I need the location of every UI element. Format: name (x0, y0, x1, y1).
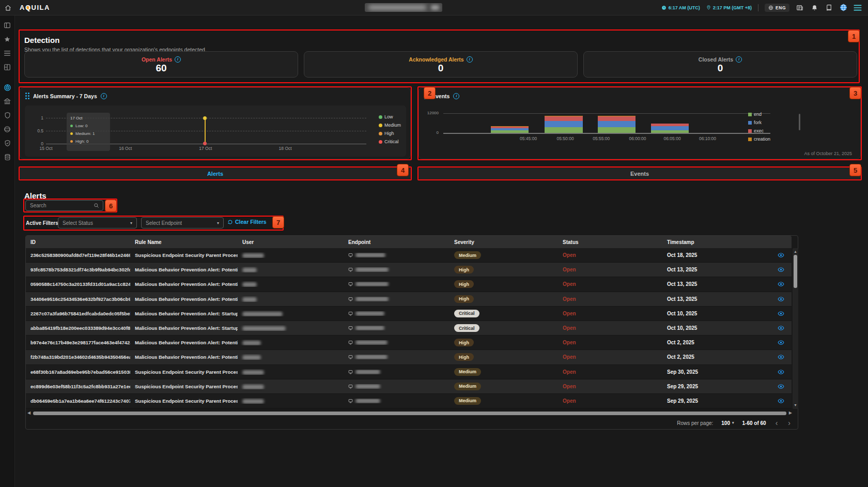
legend-label: end (754, 112, 762, 117)
database-icon[interactable] (0, 151, 15, 163)
endpoint-filter-select[interactable]: Select Endpoint ▾ (141, 217, 224, 229)
drag-handle-icon[interactable] (424, 93, 428, 99)
stat-card-open-alerts[interactable]: Open Alertsi60 (24, 51, 298, 78)
drag-handle-icon[interactable] (25, 93, 29, 99)
pagination-prev-button[interactable]: ‹ (774, 419, 779, 427)
redacted-text (242, 297, 257, 302)
logo-text: UILA (32, 4, 50, 11)
notifications-bell-icon[interactable] (810, 4, 818, 12)
scroll-right-icon[interactable]: ▶ (789, 410, 792, 416)
horizontal-scrollbar[interactable]: ◀ ▶ (27, 410, 792, 416)
view-details-eye-icon[interactable] (773, 310, 784, 317)
stat-card-acknowledged-alerts[interactable]: Acknowledged Alertsi0 (304, 51, 578, 78)
cell-actions (773, 266, 792, 273)
redacted-text (355, 297, 389, 301)
table-row[interactable]: b97e4e76c17b49e3e298177face463e4f47423ec… (26, 336, 792, 350)
medium-dot (70, 132, 73, 135)
world-globe-icon[interactable] (839, 4, 847, 12)
search-input[interactable] (26, 203, 94, 208)
list-icon[interactable] (0, 48, 15, 59)
app-root: AQUILA 6:17 AM (UTC) 2:17 PM (GMT +8) EN… (0, 0, 868, 487)
sphere-globe-icon[interactable] (0, 124, 15, 135)
docs-book-icon[interactable] (825, 4, 833, 12)
cell-severity: Medium (450, 397, 558, 405)
table-row[interactable]: 34406e9516c25434536e632bf927ac3b06cb93ac… (26, 292, 792, 307)
cell-rule-name: Malicious Behavior Prevention Alert: Pot… (130, 296, 238, 302)
view-details-eye-icon[interactable] (773, 325, 784, 331)
news-icon[interactable] (796, 4, 804, 12)
table-row[interactable]: 93fc8578b753d8321df74c3b9f9ab94bc302fd99… (26, 263, 792, 277)
scrollbar-thumb[interactable] (794, 255, 797, 288)
bank-icon[interactable] (0, 96, 15, 107)
stat-card-closed-alerts[interactable]: Closed Alertsi0 (583, 51, 857, 78)
shield-check-icon[interactable] (0, 138, 15, 149)
cell-user-redacted (238, 340, 344, 345)
cell-timestamp: Oct 2, 2025 (662, 340, 773, 345)
table-row[interactable]: 2267c07a3fa96b75841edfcabda0edc05f5beb4a… (26, 307, 792, 321)
view-details-eye-icon[interactable] (773, 296, 784, 302)
view-details-eye-icon[interactable] (773, 369, 784, 375)
x-tick-label: 05:45:00 (520, 136, 537, 141)
rows-per-page-label: Rows per page: (677, 420, 713, 426)
endpoint-icon (348, 311, 353, 316)
home-icon[interactable] (4, 4, 12, 12)
chevron-down-icon: ▾ (732, 421, 734, 425)
language-selector[interactable]: ENG (765, 4, 789, 12)
tab-events[interactable]: Events (419, 168, 861, 179)
cell-severity: Medium (450, 383, 558, 390)
redacted-text (355, 340, 388, 345)
legend-label: Medium (384, 123, 401, 128)
table-row[interactable]: abba85419fb18e200eec033389d94e3cc40f821f… (26, 321, 792, 336)
column-header-severity: Severity (450, 239, 558, 245)
menu-icon[interactable] (854, 4, 862, 12)
table-row[interactable]: e68f30b167a8ad69ebe95b7ebad56ce915038993… (26, 365, 792, 379)
rows-per-page-select[interactable]: 100 ▾ (721, 420, 734, 426)
cell-timestamp: Oct 2, 2025 (662, 354, 773, 360)
cell-rule-name: Suspicious Endpoint Security Parent Proc… (130, 384, 238, 389)
redacted-text (242, 355, 261, 360)
tooltip-text: Low: 0 (75, 124, 88, 128)
table-row[interactable]: 236c5258380900afd8d7ef119e28f46b1e246980… (26, 248, 792, 263)
clear-filters-button[interactable]: Clear Filters (227, 219, 267, 225)
view-details-eye-icon[interactable] (773, 383, 784, 390)
favorites-star-icon[interactable] (0, 34, 15, 45)
table-row[interactable]: ec899d6e03ef58b11f3c5a2fc8bb931a27e1ee3e… (26, 379, 792, 394)
pagination-next-button[interactable]: › (787, 419, 792, 427)
view-details-eye-icon[interactable] (773, 266, 784, 273)
detection-radar-icon[interactable] (0, 82, 15, 93)
clear-filters-label: Clear Filters (235, 219, 267, 225)
app-logo[interactable]: AQUILA (20, 0, 50, 15)
legend-scrollbar[interactable] (799, 114, 800, 130)
stat-label: Acknowledged Alerts (409, 56, 463, 63)
scroll-up-icon[interactable]: ▲ (793, 249, 798, 254)
cell-user-redacted (238, 384, 344, 389)
scrollbar-thumb[interactable] (33, 412, 786, 415)
table-row[interactable]: 0590588c14750c3a20133fd31d01a9ac1c824fdf… (26, 277, 792, 292)
info-icon[interactable]: i (175, 56, 181, 63)
info-icon[interactable]: i (736, 56, 742, 63)
tab-alerts[interactable]: Alerts (20, 168, 411, 179)
view-details-eye-icon[interactable] (773, 398, 784, 404)
scroll-left-icon[interactable]: ◀ (27, 410, 30, 416)
info-icon[interactable]: i (467, 56, 473, 63)
vertical-scrollbar[interactable]: ▲ ▼ (793, 248, 798, 409)
status-filter-select[interactable]: Select Status ▾ (58, 217, 137, 229)
page-title: Detection (24, 36, 59, 44)
table-row[interactable]: db06459e5b1a7ea1b6ea6ee74f612243c7407247… (26, 394, 792, 408)
redacted-text (242, 385, 264, 389)
severity-badge: Medium (454, 397, 481, 405)
view-details-eye-icon[interactable] (773, 339, 784, 346)
scroll-down-icon[interactable]: ▼ (793, 403, 798, 408)
table-row[interactable]: f2b748a319bd201e34602d4635b94350456eadea… (26, 350, 792, 364)
legend-item-critical: Critical (379, 139, 401, 144)
view-details-eye-icon[interactable] (773, 281, 784, 287)
shield-icon[interactable] (0, 110, 15, 121)
search-icon[interactable] (94, 203, 99, 208)
panel-toggle-icon[interactable] (0, 20, 15, 31)
info-icon[interactable]: i (453, 93, 459, 99)
view-details-eye-icon[interactable] (773, 354, 784, 360)
board-grid-icon[interactable] (0, 62, 15, 73)
cell-user-redacted (238, 281, 344, 287)
info-icon[interactable]: i (101, 93, 107, 99)
view-details-eye-icon[interactable] (773, 252, 784, 258)
